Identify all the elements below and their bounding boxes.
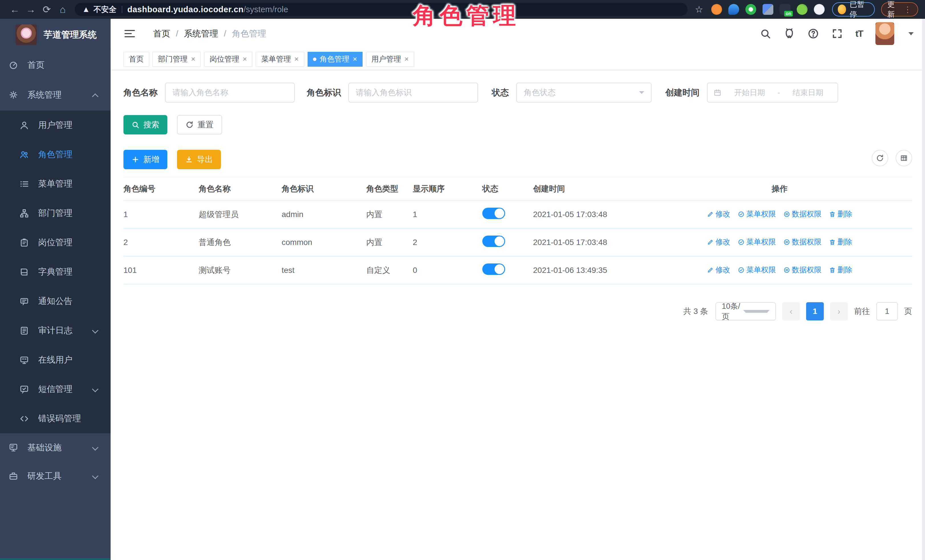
page-size-select[interactable]: 10条/页 — [716, 302, 776, 320]
sidebar-item-user[interactable]: 用户管理 — [0, 111, 111, 140]
close-icon[interactable]: × — [243, 55, 247, 63]
status-toggle[interactable] — [482, 236, 505, 247]
role-name-input[interactable] — [165, 83, 295, 102]
breadcrumb-home[interactable]: 首页 — [153, 28, 170, 40]
back-icon[interactable]: ← — [7, 4, 23, 15]
role-code-input[interactable] — [348, 83, 478, 102]
breadcrumb-system[interactable]: 系统管理 — [184, 28, 218, 40]
action-删除[interactable]: 删除 — [829, 209, 852, 219]
sidebar-item-role[interactable]: 角色管理 — [0, 140, 111, 169]
create-time-range-picker[interactable]: 开始日期 - 结束日期 — [707, 83, 838, 102]
sidebar-item-infra[interactable]: 基础设施 — [0, 433, 111, 462]
action-修改[interactable]: 修改 — [707, 209, 730, 219]
profile-paused-chip[interactable]: 已暂停 — [832, 2, 875, 17]
sidebar-item-menu[interactable]: 菜单管理 — [0, 169, 111, 198]
status-toggle[interactable] — [482, 263, 505, 275]
extension-icon[interactable] — [814, 4, 825, 15]
refresh-table-button[interactable] — [872, 150, 888, 166]
sidebar-item-dict[interactable]: 字典管理 — [0, 257, 111, 287]
action-数据权限[interactable]: 数据权限 — [783, 237, 821, 247]
action-删除[interactable]: 删除 — [829, 265, 852, 275]
current-page[interactable]: 1 — [806, 302, 824, 320]
action-删除[interactable]: 删除 — [829, 237, 852, 247]
tab-用户管理[interactable]: 用户管理× — [366, 52, 414, 67]
close-icon[interactable]: × — [353, 55, 357, 63]
goto-page-input[interactable] — [876, 302, 898, 320]
sidebar-item-label: 用户管理 — [38, 119, 72, 131]
status-select[interactable]: 角色状态 — [516, 83, 652, 102]
scrollbar[interactable] — [922, 19, 925, 560]
prev-page-button[interactable]: ‹ — [782, 302, 800, 320]
role-sort-cell: 0 — [413, 266, 482, 275]
column-header-7: 操作 — [653, 183, 909, 194]
extension-icon[interactable] — [746, 4, 756, 15]
extension-icon[interactable]: on — [780, 4, 791, 15]
action-修改[interactable]: 修改 — [707, 237, 730, 247]
user-avatar[interactable] — [875, 22, 894, 45]
breadcrumb: 首页 / 系统管理 / 角色管理 — [153, 28, 266, 40]
reset-button[interactable]: 重置 — [177, 115, 222, 134]
extension-icon[interactable] — [728, 4, 739, 15]
tab-岗位管理[interactable]: 岗位管理× — [204, 52, 252, 67]
close-icon[interactable]: × — [404, 55, 409, 63]
sidebar-item-online[interactable]: 在线用户 — [0, 345, 111, 375]
search-button[interactable]: 搜索 — [124, 115, 167, 134]
column-settings-button[interactable] — [896, 150, 912, 166]
action-修改[interactable]: 修改 — [707, 265, 730, 275]
status-select-placeholder: 角色状态 — [524, 87, 639, 98]
search-icon[interactable] — [760, 28, 771, 39]
sidebar-item-audit[interactable]: 审计日志 — [0, 316, 111, 345]
action-菜单权限[interactable]: 菜单权限 — [738, 237, 776, 247]
sidebar-item-devtool[interactable]: 研发工具 — [0, 462, 111, 490]
app-logo-image — [16, 24, 37, 45]
action-数据权限[interactable]: 数据权限 — [783, 265, 821, 275]
app-logo-row[interactable]: 芋道管理系统 — [0, 19, 111, 51]
search-button-label: 搜索 — [143, 119, 159, 130]
date-start-placeholder[interactable]: 开始日期 — [726, 87, 774, 98]
extension-icon[interactable] — [762, 4, 773, 15]
add-button[interactable]: 新增 — [124, 150, 167, 169]
reload-icon[interactable]: ⟳ — [39, 4, 55, 15]
date-end-placeholder[interactable]: 结束日期 — [784, 87, 832, 98]
chevron-down-icon[interactable] — [908, 32, 914, 35]
forward-icon[interactable]: → — [23, 4, 39, 15]
sidebar-item-sms[interactable]: 短信管理 — [0, 375, 111, 404]
browser-menu-icon[interactable]: ⋮ — [904, 5, 912, 14]
hamburger-icon[interactable] — [124, 27, 136, 40]
action-菜单权限[interactable]: 菜单权限 — [738, 209, 776, 219]
sidebar-item-notice[interactable]: 通知公告 — [0, 287, 111, 316]
sidebar-item-home[interactable]: 首页 — [0, 51, 111, 79]
profile-emoji-icon — [838, 5, 846, 14]
url-divider — [122, 6, 122, 13]
sidebar-item-dept[interactable]: 部门管理 — [0, 198, 111, 228]
address-bar[interactable]: ▲ 不安全 dashboard.yudao.iocoder.cn /system… — [75, 3, 687, 16]
next-page-button[interactable]: › — [830, 302, 848, 320]
sidebar-item-system[interactable]: 系统管理 — [0, 79, 111, 111]
fullscreen-icon[interactable] — [832, 28, 843, 39]
sidebar-item-label: 研发工具 — [27, 470, 62, 482]
browser-update-button[interactable]: 更新 ⋮ — [881, 2, 918, 17]
fontsize-icon[interactable]: tT — [856, 29, 863, 39]
list-icon — [20, 179, 29, 189]
bookmark-star-icon[interactable]: ☆ — [695, 4, 703, 15]
close-icon[interactable]: × — [294, 55, 298, 63]
export-button-label: 导出 — [197, 154, 213, 165]
github-icon[interactable] — [783, 28, 795, 39]
close-icon[interactable]: × — [191, 55, 195, 63]
app-title: 芋道管理系统 — [44, 29, 96, 41]
role-status-cell — [482, 263, 533, 277]
sidebar-item-post[interactable]: 岗位管理 — [0, 228, 111, 257]
tab-菜单管理[interactable]: 菜单管理× — [256, 52, 304, 67]
tab-部门管理[interactable]: 部门管理× — [152, 52, 201, 67]
home-icon[interactable]: ⌂ — [55, 4, 71, 15]
extension-icon[interactable] — [797, 4, 807, 15]
tab-角色管理[interactable]: 角色管理× — [307, 52, 363, 67]
export-button[interactable]: 导出 — [177, 150, 221, 169]
sidebar-item-errcode[interactable]: 错误码管理 — [0, 404, 111, 433]
action-菜单权限[interactable]: 菜单权限 — [738, 265, 776, 275]
help-icon[interactable] — [807, 28, 819, 39]
extension-icon[interactable] — [711, 4, 722, 15]
status-toggle[interactable] — [482, 208, 505, 219]
action-数据权限[interactable]: 数据权限 — [783, 209, 821, 219]
tab-首页[interactable]: 首页 — [124, 52, 149, 67]
